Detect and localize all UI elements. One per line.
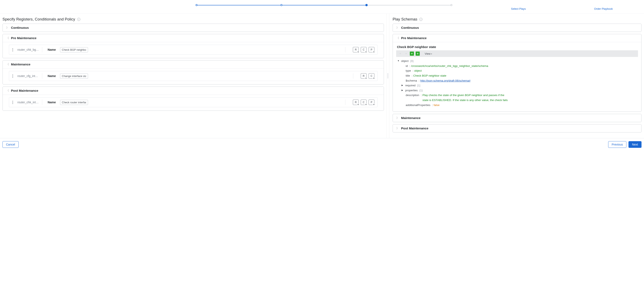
chevron-left-icon: 〈 [396, 36, 399, 40]
schema-panel-pre: 〈 Pre Maintenance Check BGP neighbor sta… [392, 34, 642, 112]
chevron-left-icon: 〈 [6, 62, 9, 66]
chevron-right-icon: 〉 [396, 26, 399, 30]
chevron-left-icon: 〈 [6, 89, 9, 92]
schema-maintenance-header[interactable]: 〉 Maintenance [393, 114, 641, 122]
schema-continuous-title: Continuous [401, 26, 419, 30]
play-name-label: Name [45, 74, 56, 78]
wizard-footer: Cancel Previous Next [0, 138, 644, 150]
schema-panel-maintenance: 〉 Maintenance [392, 114, 642, 122]
play-name-input[interactable] [60, 74, 88, 79]
panel-pre-header[interactable]: 〈 Pre Maintenance [3, 34, 384, 42]
panel-continuous: 〉 Continuous [2, 24, 384, 32]
schema-pre-header[interactable]: 〈 Pre Maintenance [393, 34, 641, 42]
play-id: router_chk_int… [18, 100, 39, 104]
schema-post-title: Post Maintenance [401, 126, 428, 130]
tree-toggle[interactable]: ▼ [397, 58, 400, 63]
cancel-button[interactable]: Cancel [2, 141, 19, 148]
add-register-button[interactable]: R [353, 47, 359, 52]
schema-maintenance-title: Maintenance [401, 116, 420, 120]
schema-panel-continuous: 〉 Continuous [392, 24, 642, 32]
next-button[interactable]: Next [628, 141, 642, 148]
add-register-button[interactable]: R [361, 73, 366, 79]
chevron-right-icon: 〉 [396, 116, 399, 120]
previous-button[interactable]: Previous [608, 141, 626, 148]
play-name-input[interactable] [60, 47, 88, 52]
left-column: Specify Registers, Conditionals and Poli… [0, 14, 386, 138]
add-policy-button[interactable]: P [368, 47, 374, 52]
play-row-maintenance: router_cfg_int… Name R C [9, 71, 378, 81]
schema-link[interactable]: http://json-schema.org/draft-06/schema# [420, 79, 470, 82]
column-splitter[interactable] [386, 14, 389, 138]
add-conditional-button[interactable]: C [368, 73, 374, 79]
play-name-label: Name [45, 48, 56, 51]
play-row-post: router_chk_int… Name R C P [9, 97, 378, 107]
step-label-2[interactable]: Order Playbook [594, 7, 613, 10]
panel-continuous-header[interactable]: 〉 Continuous [3, 24, 384, 32]
tree-toggle[interactable]: ▶ [402, 88, 404, 92]
tree-toggle[interactable]: ▶ [402, 83, 404, 87]
collapse-icon[interactable]: ÷ [398, 52, 402, 56]
chevron-left-icon: 〈 [6, 36, 9, 40]
play-name-input[interactable] [60, 100, 88, 105]
wizard-stepper: Select Plays Order Playbook Configure Pl… [0, 0, 644, 14]
right-column: Play Schemas i 〉 Continuous 〈 Pre Mainte… [389, 14, 644, 138]
panel-continuous-title: Continuous [11, 26, 29, 30]
info-icon[interactable]: i [419, 18, 422, 21]
step-label-1[interactable]: Select Plays [511, 7, 526, 10]
drag-handle-icon[interactable] [11, 74, 14, 78]
json-tree: ▼ object{8} id:/crosswork/nca/verbs/rout… [396, 57, 638, 109]
json-toolbar: ÷ ÷ ＋ ＋ View▾ [396, 50, 638, 57]
step-dot-1[interactable] [196, 4, 197, 6]
chevron-right-icon: 〉 [396, 126, 399, 130]
play-name-label: Name [45, 100, 56, 104]
chevron-right-icon: 〉 [6, 26, 9, 30]
play-id: router_chk_bg… [18, 48, 39, 51]
panel-post-maintenance: 〈 Post Maintenance router_chk_int… Name … [2, 86, 384, 111]
expand-icon[interactable]: ÷ [404, 52, 408, 56]
panel-post-header[interactable]: 〈 Post Maintenance [3, 87, 384, 94]
left-title: Specify Registers, Conditionals and Poli… [2, 17, 75, 22]
add-conditional-button[interactable]: C [361, 100, 366, 105]
play-row-pre: router_chk_bg… Name R C P [9, 45, 378, 55]
add-policy-button[interactable]: P [368, 100, 374, 105]
step-dot-3[interactable] [365, 4, 368, 6]
panel-maintenance-title: Maintenance [11, 62, 30, 66]
schema-post-header[interactable]: 〉 Post Maintenance [393, 124, 641, 132]
step-dot-4[interactable] [450, 4, 452, 6]
panel-maintenance: 〈 Maintenance router_cfg_int… Name R [2, 60, 384, 84]
drag-handle-icon[interactable] [11, 101, 14, 104]
panel-pre-title: Pre Maintenance [11, 36, 36, 40]
right-title: Play Schemas [392, 17, 417, 22]
play-id: router_cfg_int… [18, 74, 39, 78]
add-node-icon[interactable]: ＋ [410, 52, 414, 56]
drag-handle-icon[interactable] [11, 48, 14, 51]
schema-pre-title: Pre Maintenance [401, 36, 426, 40]
info-icon[interactable]: i [77, 18, 80, 21]
add-register-button[interactable]: R [353, 100, 359, 105]
schema-heading: Check BGP neighbor state [397, 45, 637, 49]
step-dot-2[interactable] [280, 4, 282, 6]
view-menu[interactable]: View▾ [425, 52, 432, 55]
panel-post-title: Post Maintenance [11, 89, 38, 92]
schema-continuous-header[interactable]: 〉 Continuous [393, 24, 641, 32]
panel-pre-maintenance: 〈 Pre Maintenance router_chk_bg… Name R [2, 34, 384, 58]
schema-panel-post: 〉 Post Maintenance [392, 124, 642, 132]
panel-maintenance-header[interactable]: 〈 Maintenance [3, 60, 384, 68]
add-sibling-icon[interactable]: ＋ [416, 52, 420, 56]
add-conditional-button[interactable]: C [361, 47, 366, 52]
